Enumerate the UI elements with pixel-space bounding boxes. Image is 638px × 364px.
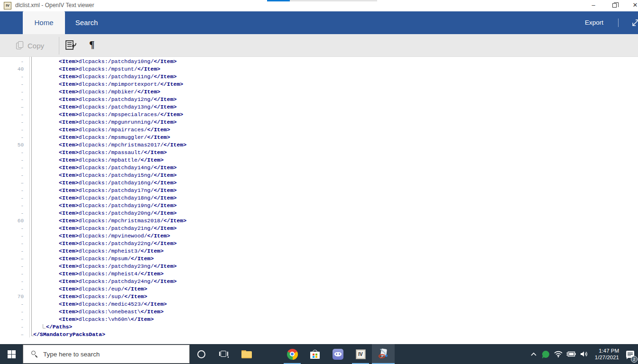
taskbar: Type here to search IV [0,344,638,364]
code-line: -<Item>dlcpacks:/patchday18ng/</Item> [0,194,638,202]
background-window-artifact-blue [267,0,290,1]
line-number-marker: - [0,316,24,323]
code-line: -<Item>dlcpacks:/mpgunrunning/</Item> [0,118,638,126]
line-number-marker: - [0,240,24,247]
code-line: –<Item>dlcpacks:/patchday16ng/</Item> [0,179,638,187]
system-tray: 1:47 PM 1/27/2021 2 [527,344,638,364]
line-number-marker: - [0,134,24,141]
restore-button[interactable] [607,0,621,11]
line-number-marker: - [0,209,24,217]
line-number-marker: - [0,187,24,194]
code-line: -<Item>dlcpacks:/patchday12ng/</Item> [0,96,638,103]
ribbon: Home Search Export [0,11,638,34]
copy-button[interactable]: Copy [16,37,44,54]
code-line: -<Item>dlcpacks:/mpsmuggler/</Item> [0,134,638,141]
code-line: -<Item>dlcpacks:/mpassault/</Item> [0,149,638,156]
pinned-apps: IV [213,344,395,364]
pilcrow-icon[interactable]: ¶ [89,39,94,51]
code-line: -<Item>dlcpacks:/mpbattle/</Item> [0,156,638,164]
code-line: -<Item>dlcpacks:/patchday15ng/</Item> [0,172,638,179]
tray-chevron-button[interactable] [527,352,540,356]
code-lines: -<Item>dlcpacks:/patchday10ng/</Item>40<… [0,58,638,338]
minimize-button[interactable]: – [586,0,601,11]
line-number-marker: - [0,225,24,232]
search-icon [31,350,38,358]
line-number-marker: - [0,285,24,293]
code-line: –<Item>dlcpacks:/patchday13ng/</Item> [0,103,638,111]
taskbar-app-task-view[interactable] [213,344,235,364]
code-line: –</SMandatoryPacksData> [0,331,638,338]
tab-search[interactable]: Search [65,11,108,34]
code-line: -<Item>dlcpacks:/eup/</Item> [0,285,638,293]
line-number-marker: - [0,202,24,209]
line-number-marker: - [0,156,24,164]
line-number-marker: – [0,179,24,187]
toolbar-separator [59,37,59,55]
toolbar: Copy ¶ [0,34,638,57]
line-number-marker: - [0,247,24,255]
title-bar: IV dlclist.xml - OpenIV Text viewer – ✕ [0,0,638,11]
taskbar-app-discord[interactable] [326,344,349,364]
code-line: 50<Item>dlcpacks:/mpchristmas2017/</Item… [0,141,638,149]
word-wrap-icon[interactable] [65,40,77,51]
line-number-marker: - [0,232,24,240]
discord-icon [333,349,343,360]
line-number-marker: - [0,126,24,134]
code-line: -<Item>dlcpacks:/mpheist4/</Item> [0,270,638,278]
wifi-icon[interactable] [552,351,564,357]
taskbar-app-file-explorer[interactable] [235,344,258,364]
code-line: -<Item>dlcpacks:/patchday20ng/</Item> [0,209,638,217]
taskbar-app-openiv[interactable]: IV [349,344,372,364]
restore-icon [612,3,617,8]
code-line: -<Item>dlcpacks:/mpbiker/</Item> [0,88,638,96]
line-number-marker: 60 [0,217,24,225]
export-button[interactable]: Export [585,11,603,34]
start-button[interactable] [0,344,23,364]
taskbar-app-snipping-tool[interactable] [372,344,395,364]
search-placeholder: Type here to search [43,351,100,358]
openiv-app-icon: IV [4,2,11,9]
line-number-marker: 50 [0,141,24,149]
line-number-marker: – [0,103,24,111]
background-window-artifact-gray [290,0,377,1]
taskbar-app-store[interactable] [304,344,326,364]
line-number-marker: - [0,88,24,96]
cortana-button[interactable] [190,344,213,364]
code-line: -<Item>dlcpacks:/patchday17ng/</Item> [0,187,638,194]
code-line: -<Item>dlcpacks:\vh60n\</Item> [0,316,638,323]
close-button[interactable]: ✕ [628,0,638,11]
line-number-marker: – [0,331,24,338]
line-number-marker: - [0,194,24,202]
volume-icon[interactable] [578,351,591,357]
clock[interactable]: 1:47 PM 1/27/2021 [591,347,622,361]
microsoft-store-icon [310,350,320,359]
code-line: 60<Item>dlcpacks:/mpchristmas2018/</Item… [0,217,638,225]
line-number-marker: - [0,149,24,156]
line-number-marker: - [0,278,24,285]
notification-badge: 2 [631,356,638,363]
line-number-marker: 70 [0,293,24,300]
taskbar-app-chrome[interactable] [281,344,304,364]
line-number-marker: - [0,323,24,331]
code-line: -<Item>dlcpacks:/patchday14ng/</Item> [0,164,638,172]
cortana-icon [197,350,205,358]
line-number-marker: - [0,308,24,316]
tab-home[interactable]: Home [23,11,65,34]
code-line: -<Item>dlcpacks:/mpheist3/</Item> [0,247,638,255]
code-line: -</Paths> [0,323,638,331]
line-number-marker: - [0,118,24,126]
code-line: 70<Item>dlcpacks:/sup/</Item> [0,293,638,300]
code-line: 40<Item>dlcpacks:/mpstunt/</Item> [0,65,638,73]
action-center-button[interactable]: 2 [622,344,638,364]
code-line: -<Item>dlcpacks:/mpspecialraces/</Item> [0,111,638,118]
line-number-marker: - [0,73,24,81]
xml-text-viewer[interactable]: -<Item>dlcpacks:/patchday10ng/</Item>40<… [0,57,638,344]
battery-charging-icon[interactable] [564,351,578,357]
tray-green-app-icon[interactable] [540,351,552,358]
expand-arrow-icon[interactable] [631,18,638,27]
edge-icon [264,349,275,360]
code-line: -<Item>dlcpacks:\onebeast\</Item> [0,308,638,316]
taskbar-search-input[interactable]: Type here to search [23,345,190,364]
taskbar-app-edge[interactable] [258,344,281,364]
code-line: -<Item>dlcpacks:/patchday22ng/</Item> [0,240,638,247]
